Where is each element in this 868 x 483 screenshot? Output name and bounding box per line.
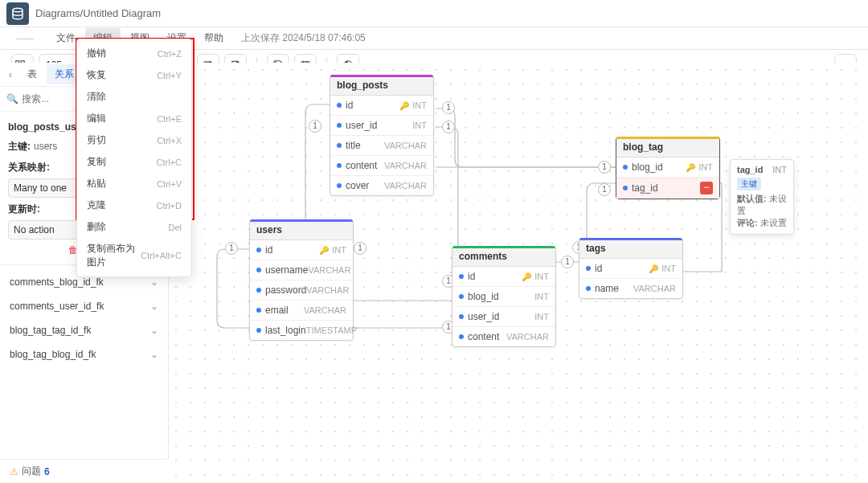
field-dot-icon <box>623 165 628 170</box>
edit-menu-item[interactable]: 删除Del <box>77 216 191 238</box>
field-dot-icon <box>337 103 342 108</box>
conn-badge: 1 <box>354 242 366 255</box>
table-field[interactable]: id 🔑INT <box>579 259 682 279</box>
table-title[interactable]: users <box>250 220 353 240</box>
table-field[interactable]: username VARCHAR <box>250 260 353 280</box>
edit-menu-item[interactable]: 粘贴Ctrl+V <box>77 173 191 194</box>
key-icon: 🔑 <box>399 101 409 110</box>
table-field[interactable]: name VARCHAR <box>579 279 682 298</box>
conn-badge: 1 <box>225 242 238 255</box>
footer-issues[interactable]: ⚠ 问题 6 <box>0 459 169 483</box>
table-field[interactable]: blog_id 🔑INT <box>616 158 719 178</box>
search-icon: 🔍 <box>6 93 18 104</box>
chevron-down-icon: ⌄ <box>150 301 158 312</box>
table-field[interactable]: email VARCHAR <box>250 301 353 321</box>
fk-item[interactable]: blog_tag_tag_id_fk⌄ <box>0 318 168 342</box>
field-dot-icon <box>459 314 464 319</box>
svg-point-0 <box>13 8 23 12</box>
app-header: Diagrams/Untitled Diagram <box>0 0 868 27</box>
table-field[interactable]: user_id INT <box>452 307 555 327</box>
field-dot-icon <box>586 286 591 291</box>
edit-menu-item[interactable]: 复制Ctrl+C <box>77 151 191 173</box>
table-blog-tag[interactable]: blog_tag blog_id 🔑INT tag_id − <box>616 137 720 199</box>
field-dot-icon <box>337 163 342 168</box>
field-dot-icon <box>256 248 261 252</box>
table-tags[interactable]: tags id 🔑INT name VARCHAR <box>579 238 683 299</box>
field-dot-icon <box>459 334 464 339</box>
edit-menu-item[interactable]: 恢复Ctrl+Y <box>77 64 191 86</box>
fk-list: comments_blog_id_fk⌄comments_user_id_fk⌄… <box>0 264 168 371</box>
warning-icon: ⚠ <box>10 466 18 477</box>
edit-menu-item[interactable]: 清除 <box>77 86 191 108</box>
app-logo <box>6 2 29 25</box>
table-field[interactable]: password VARCHAR <box>250 280 353 301</box>
table-field[interactable]: user_id INT <box>330 116 433 136</box>
edit-menu-item[interactable]: 编辑Ctrl+E <box>77 108 191 129</box>
field-dot-icon <box>256 328 261 333</box>
conn-badge: 1 <box>598 161 611 174</box>
table-title[interactable]: blog_posts <box>330 76 433 96</box>
table-field[interactable]: id 🔑INT <box>250 240 353 260</box>
last-save-status: 上次保存 2024/5/18 07:46:05 <box>241 31 366 45</box>
table-field[interactable]: content VARCHAR <box>452 327 555 346</box>
conn-badge: 1 <box>309 120 321 133</box>
table-field[interactable]: cover VARCHAR <box>330 176 433 195</box>
table-field[interactable]: id 🔑INT <box>452 267 555 287</box>
field-dot-icon <box>337 123 342 128</box>
side-nav-prev[interactable]: ‹ <box>3 69 18 80</box>
field-dot-icon <box>459 274 464 279</box>
tab-tables[interactable]: 表 <box>19 64 45 84</box>
conn-badge: 1 <box>442 101 455 114</box>
field-dot-icon <box>623 186 628 190</box>
table-field[interactable]: id 🔑INT <box>330 96 433 116</box>
edit-menu-item[interactable]: 撤销Ctrl+Z <box>77 43 191 64</box>
chevron-down-icon: ⌄ <box>150 325 158 336</box>
table-title[interactable]: blog_tag <box>616 137 719 158</box>
chevron-down-icon: ⌄ <box>150 276 158 288</box>
conn-badge: 1 <box>442 121 455 133</box>
table-field[interactable]: title VARCHAR <box>330 136 433 156</box>
table-users[interactable]: users id 🔑INT username VARCHAR password … <box>249 219 354 341</box>
conn-badge: 1 <box>598 183 611 196</box>
field-dot-icon <box>256 288 261 293</box>
table-blog-posts[interactable]: blog_posts id 🔑INT user_id INT title VAR… <box>330 75 434 196</box>
field-dot-icon <box>586 266 591 271</box>
key-icon: 🔑 <box>649 264 658 273</box>
fk-item[interactable]: comments_user_id_fk⌄ <box>0 294 168 318</box>
table-field[interactable]: content VARCHAR <box>330 156 433 176</box>
chevron-down-icon: ⌄ <box>150 349 158 360</box>
breadcrumb[interactable]: Diagrams/Untitled Diagram <box>35 7 161 19</box>
field-dot-icon <box>256 308 261 313</box>
table-field[interactable]: tag_id − <box>616 178 719 199</box>
table-title[interactable]: comments <box>452 247 555 267</box>
delete-field-icon[interactable]: − <box>700 182 713 194</box>
canvas[interactable]: 1 1 1 1 1 1 1 1 1 1 1 blog_posts id 🔑INT… <box>169 63 868 483</box>
key-icon: 🔑 <box>522 272 531 281</box>
field-dot-icon <box>459 294 464 299</box>
fk-item[interactable]: blog_tag_blog_id_fk⌄ <box>0 342 168 366</box>
edit-menu-item[interactable]: 复制画布为图片Ctrl+Alt+C <box>77 238 191 273</box>
menu-help[interactable]: 帮助 <box>196 28 231 48</box>
key-icon: 🔑 <box>319 246 329 255</box>
field-dot-icon <box>337 183 342 188</box>
key-icon: 🔑 <box>686 163 695 172</box>
field-tooltip: tag_idINT 主键 默认值: 未设置 评论: 未设置 <box>730 159 794 235</box>
edit-menu-item[interactable]: 克隆Ctrl+D <box>77 194 191 216</box>
conn-badge: 1 <box>561 256 574 268</box>
table-comments[interactable]: comments id 🔑INT blog_id INT user_id INT… <box>452 246 556 347</box>
field-dot-icon <box>256 268 261 272</box>
table-title[interactable]: tags <box>579 239 682 259</box>
edit-dropdown: 撤销Ctrl+Z恢复Ctrl+Y清除编辑Ctrl+E剪切Ctrl+X复制Ctrl… <box>76 39 192 277</box>
table-field[interactable]: last_login TIMESTAMP <box>250 321 353 340</box>
edit-menu-item[interactable]: 剪切Ctrl+X <box>77 129 191 151</box>
field-dot-icon <box>337 143 342 148</box>
table-field[interactable]: blog_id INT <box>452 287 555 307</box>
